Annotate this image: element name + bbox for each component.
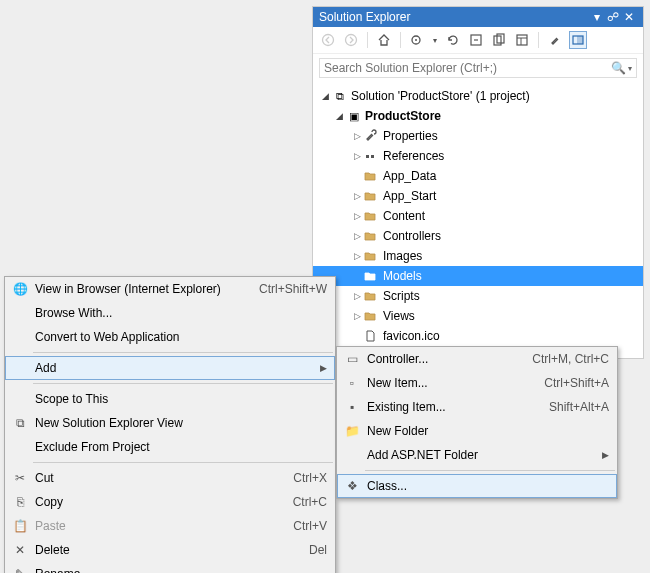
close-icon[interactable]: ✕ [621, 10, 637, 24]
delete-icon: ✕ [9, 543, 31, 557]
node-label: Images [381, 249, 422, 263]
show-all-icon[interactable] [490, 31, 508, 49]
expand-icon[interactable]: ▷ [351, 231, 363, 241]
refs-icon [363, 149, 381, 163]
tree: ◢ ⧉ Solution 'ProductStore' (1 project) … [313, 82, 643, 358]
tree-item-favicon-ico[interactable]: favicon.ico [313, 326, 643, 346]
dropdown-icon[interactable]: ▾ [589, 10, 605, 24]
tree-item-content[interactable]: ▷Content [313, 206, 643, 226]
node-label: Content [381, 209, 425, 223]
add-submenu: ▭Controller...Ctrl+M, Ctrl+C▫New Item...… [336, 346, 618, 499]
tree-item-models[interactable]: Models [313, 266, 643, 286]
newfolder-icon: 📁 [341, 424, 363, 438]
tree-item-images[interactable]: ▷Images [313, 246, 643, 266]
svg-rect-9 [577, 36, 583, 44]
project-node[interactable]: ◢ ▣ ProductStore [313, 106, 643, 126]
menu-item-browse-with[interactable]: Browse With... [5, 301, 335, 325]
tree-item-properties[interactable]: ▷Properties [313, 126, 643, 146]
expand-icon[interactable]: ▷ [351, 311, 363, 321]
submenu-arrow-icon: ▶ [597, 450, 609, 460]
wrench-icon[interactable] [546, 31, 564, 49]
tree-item-views[interactable]: ▷Views [313, 306, 643, 326]
sync-icon[interactable] [408, 31, 426, 49]
menu-item-scope-to-this[interactable]: Scope to This [5, 387, 335, 411]
controller-icon: ▭ [341, 352, 363, 366]
expand-icon[interactable]: ◢ [333, 111, 345, 121]
back-icon[interactable] [319, 31, 337, 49]
menu-label: Rename [31, 567, 327, 573]
tree-item-scripts[interactable]: ▷Scripts [313, 286, 643, 306]
project-icon: ▣ [345, 110, 363, 123]
menu-item-controller[interactable]: ▭Controller...Ctrl+M, Ctrl+C [337, 347, 617, 371]
menu-item-convert-to-web-application[interactable]: Convert to Web Application [5, 325, 335, 349]
search-dropdown-icon[interactable]: ▾ [628, 64, 632, 73]
node-label: favicon.ico [381, 329, 440, 343]
shortcut: Ctrl+Shift+A [524, 376, 609, 390]
menu-item-view-in-browser-internet-explorer[interactable]: 🌐View in Browser (Internet Explorer)Ctrl… [5, 277, 335, 301]
solution-explorer-panel: Solution Explorer ▾ ☍ ✕ ▾ 🔍 ▾ ◢ ⧉ Soluti… [312, 6, 644, 359]
home-icon[interactable] [375, 31, 393, 49]
node-label: App_Start [381, 189, 436, 203]
browser-icon: 🌐 [9, 282, 31, 296]
menu-item-paste: 📋PasteCtrl+V [5, 514, 335, 538]
separator [33, 383, 333, 384]
refresh-icon[interactable] [444, 31, 462, 49]
expand-icon[interactable]: ◢ [319, 91, 331, 101]
menu-item-copy[interactable]: ⎘CopyCtrl+C [5, 490, 335, 514]
menu-label: Convert to Web Application [31, 330, 327, 344]
expand-icon[interactable]: ▷ [351, 251, 363, 261]
expand-icon[interactable]: ▷ [351, 211, 363, 221]
menu-item-existing-item[interactable]: ▪Existing Item...Shift+Alt+A [337, 395, 617, 419]
svg-point-1 [346, 35, 357, 46]
menu-item-rename[interactable]: ✎Rename [5, 562, 335, 573]
menu-item-class[interactable]: ❖Class... [337, 474, 617, 498]
menu-label: New Solution Explorer View [31, 416, 327, 430]
shortcut: Ctrl+Shift+W [239, 282, 327, 296]
menu-label: New Item... [363, 376, 524, 390]
folder-icon [363, 169, 381, 183]
node-label: ProductStore [363, 109, 441, 123]
copy-icon: ⎘ [9, 495, 31, 509]
node-label: App_Data [381, 169, 436, 183]
wrench-icon [363, 129, 381, 143]
menu-item-new-item[interactable]: ▫New Item...Ctrl+Shift+A [337, 371, 617, 395]
folder-icon [363, 229, 381, 243]
solution-node[interactable]: ◢ ⧉ Solution 'ProductStore' (1 project) [313, 86, 643, 106]
menu-item-new-solution-explorer-view[interactable]: ⧉New Solution Explorer View [5, 411, 335, 435]
rename-icon: ✎ [9, 567, 31, 573]
forward-icon[interactable] [342, 31, 360, 49]
newview-icon: ⧉ [9, 416, 31, 430]
menu-item-new-folder[interactable]: 📁New Folder [337, 419, 617, 443]
search-input[interactable] [324, 61, 611, 75]
menu-item-add-asp-net-folder[interactable]: Add ASP.NET Folder▶ [337, 443, 617, 467]
node-label: Controllers [381, 229, 441, 243]
shortcut: Ctrl+C [273, 495, 327, 509]
node-label: References [381, 149, 444, 163]
node-label: Scripts [381, 289, 420, 303]
collapse-icon[interactable] [467, 31, 485, 49]
folder-icon [363, 309, 381, 323]
properties-icon[interactable] [513, 31, 531, 49]
sync-dropdown-icon[interactable]: ▾ [431, 31, 439, 49]
menu-label: View in Browser (Internet Explorer) [31, 282, 239, 296]
search-box[interactable]: 🔍 ▾ [319, 58, 637, 78]
tree-item-controllers[interactable]: ▷Controllers [313, 226, 643, 246]
expand-icon[interactable]: ▷ [351, 191, 363, 201]
solution-icon: ⧉ [331, 90, 349, 103]
menu-item-delete[interactable]: ✕DeleteDel [5, 538, 335, 562]
tree-item-app-data[interactable]: App_Data [313, 166, 643, 186]
expand-icon[interactable]: ▷ [351, 131, 363, 141]
tree-item-app-start[interactable]: ▷App_Start [313, 186, 643, 206]
expand-icon[interactable]: ▷ [351, 151, 363, 161]
expand-icon[interactable]: ▷ [351, 291, 363, 301]
menu-item-exclude-from-project[interactable]: Exclude From Project [5, 435, 335, 459]
preview-icon[interactable] [569, 31, 587, 49]
folder-icon [363, 209, 381, 223]
menu-label: Browse With... [31, 306, 327, 320]
separator [365, 470, 615, 471]
search-icon[interactable]: 🔍 [611, 61, 626, 75]
tree-item-references[interactable]: ▷References [313, 146, 643, 166]
menu-item-add[interactable]: Add▶ [5, 356, 335, 380]
menu-item-cut[interactable]: ✂CutCtrl+X [5, 466, 335, 490]
pin-icon[interactable]: ☍ [605, 10, 621, 24]
